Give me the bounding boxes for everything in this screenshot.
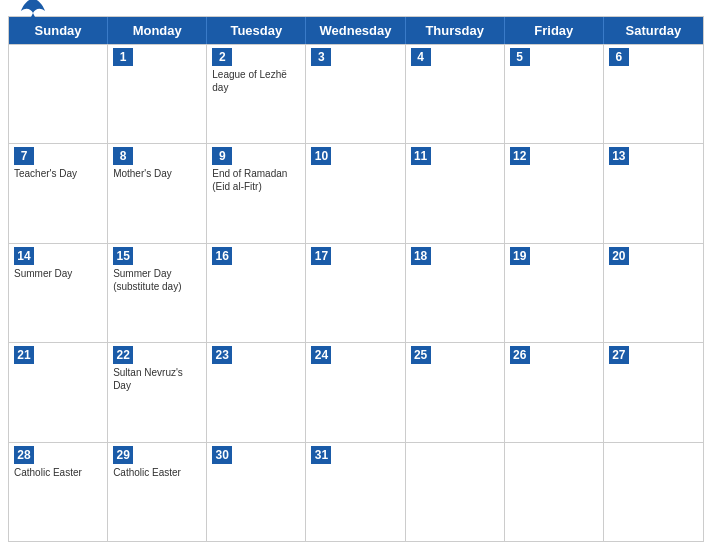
day-cell: 29Catholic Easter (108, 443, 207, 541)
calendar-page: SundayMondayTuesdayWednesdayThursdayFrid… (0, 0, 712, 550)
day-cell: 18 (406, 244, 505, 342)
day-number: 29 (113, 446, 133, 464)
day-of-week-header: Monday (108, 17, 207, 44)
week-row: 28Catholic Easter29Catholic Easter3031 (9, 442, 703, 541)
logo (16, 0, 46, 19)
day-number: 17 (311, 247, 331, 265)
day-number: 13 (609, 147, 629, 165)
day-number: 22 (113, 346, 133, 364)
day-number: 12 (510, 147, 530, 165)
day-number: 25 (411, 346, 431, 364)
day-cell: 19 (505, 244, 604, 342)
calendar-body: 12League of Lezhë day34567Teacher's Day8… (9, 44, 703, 541)
day-cell: 13 (604, 144, 703, 242)
day-cell: 3 (306, 45, 405, 143)
day-cell: 9End of Ramadan (Eid al-Fitr) (207, 144, 306, 242)
week-row: 7Teacher's Day8Mother's Day9End of Ramad… (9, 143, 703, 242)
day-number: 31 (311, 446, 331, 464)
day-cell (505, 443, 604, 541)
day-cell: 24 (306, 343, 405, 441)
day-cell: 25 (406, 343, 505, 441)
day-cell: 5 (505, 45, 604, 143)
day-cell: 28Catholic Easter (9, 443, 108, 541)
day-number: 27 (609, 346, 629, 364)
day-cell: 8Mother's Day (108, 144, 207, 242)
day-number: 18 (411, 247, 431, 265)
event-label: Summer Day (substitute day) (113, 267, 201, 293)
day-number: 26 (510, 346, 530, 364)
day-number: 2 (212, 48, 232, 66)
day-cell: 1 (108, 45, 207, 143)
day-of-week-header: Friday (505, 17, 604, 44)
day-cell: 4 (406, 45, 505, 143)
day-number: 16 (212, 247, 232, 265)
day-number: 15 (113, 247, 133, 265)
day-cell (604, 443, 703, 541)
week-row: 14Summer Day15Summer Day (substitute day… (9, 243, 703, 342)
day-cell: 23 (207, 343, 306, 441)
day-cell: 6 (604, 45, 703, 143)
event-label: Sultan Nevruz's Day (113, 366, 201, 392)
day-number: 5 (510, 48, 530, 66)
event-label: Summer Day (14, 267, 102, 280)
day-cell: 11 (406, 144, 505, 242)
day-number: 30 (212, 446, 232, 464)
day-number: 23 (212, 346, 232, 364)
day-number: 19 (510, 247, 530, 265)
day-cell: 22Sultan Nevruz's Day (108, 343, 207, 441)
day-number: 20 (609, 247, 629, 265)
day-number: 28 (14, 446, 34, 464)
day-cell: 14Summer Day (9, 244, 108, 342)
day-cell: 2League of Lezhë day (207, 45, 306, 143)
day-number (14, 48, 34, 66)
day-cell: 16 (207, 244, 306, 342)
day-cell: 30 (207, 443, 306, 541)
week-row: 12League of Lezhë day3456 (9, 44, 703, 143)
day-cell: 31 (306, 443, 405, 541)
day-cell: 10 (306, 144, 405, 242)
day-of-week-header: Saturday (604, 17, 703, 44)
event-label: Mother's Day (113, 167, 201, 180)
day-number: 4 (411, 48, 431, 66)
event-label: Catholic Easter (113, 466, 201, 479)
day-number (510, 446, 530, 464)
day-number: 8 (113, 147, 133, 165)
day-number: 21 (14, 346, 34, 364)
event-label: Catholic Easter (14, 466, 102, 479)
day-number: 9 (212, 147, 232, 165)
event-label: End of Ramadan (Eid al-Fitr) (212, 167, 300, 193)
day-of-week-header: Sunday (9, 17, 108, 44)
week-row: 2122Sultan Nevruz's Day2324252627 (9, 342, 703, 441)
day-number: 6 (609, 48, 629, 66)
calendar-header: SundayMondayTuesdayWednesdayThursdayFrid… (9, 17, 703, 44)
day-cell (406, 443, 505, 541)
day-cell: 17 (306, 244, 405, 342)
day-cell: 20 (604, 244, 703, 342)
day-cell: 21 (9, 343, 108, 441)
day-of-week-header: Thursday (406, 17, 505, 44)
day-cell: 7Teacher's Day (9, 144, 108, 242)
day-cell: 12 (505, 144, 604, 242)
day-cell: 27 (604, 343, 703, 441)
calendar-grid: SundayMondayTuesdayWednesdayThursdayFrid… (8, 16, 704, 542)
logo-bird-icon (18, 0, 48, 21)
day-number: 1 (113, 48, 133, 66)
day-of-week-header: Wednesday (306, 17, 405, 44)
day-number (609, 446, 629, 464)
event-label: Teacher's Day (14, 167, 102, 180)
day-number: 24 (311, 346, 331, 364)
day-number: 14 (14, 247, 34, 265)
day-of-week-header: Tuesday (207, 17, 306, 44)
day-number: 7 (14, 147, 34, 165)
day-cell: 26 (505, 343, 604, 441)
event-label: League of Lezhë day (212, 68, 300, 94)
day-number: 10 (311, 147, 331, 165)
day-cell: 15Summer Day (substitute day) (108, 244, 207, 342)
day-number (411, 446, 431, 464)
day-number: 3 (311, 48, 331, 66)
day-number: 11 (411, 147, 431, 165)
day-cell (9, 45, 108, 143)
page-header (0, 0, 712, 16)
